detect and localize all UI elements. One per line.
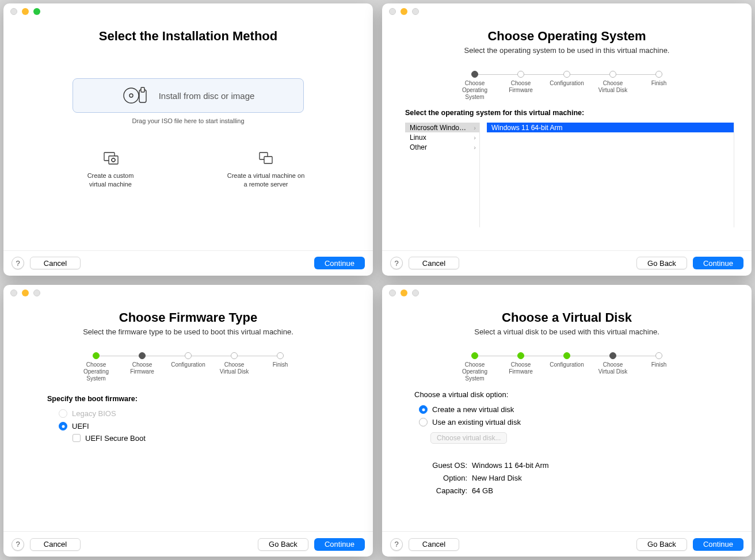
radio-input[interactable] bbox=[59, 422, 67, 431]
radio-input[interactable] bbox=[419, 405, 428, 414]
minimize-icon[interactable] bbox=[401, 8, 407, 15]
svg-rect-8 bbox=[264, 157, 272, 163]
summary-key-option: Option: bbox=[429, 474, 467, 486]
help-button[interactable]: ? bbox=[12, 257, 24, 269]
step-label: Finish bbox=[651, 80, 667, 87]
page-subtitle: Select the firmware type to be used to b… bbox=[21, 327, 356, 336]
window-install-method: Select the Installation Method Install f… bbox=[3, 3, 373, 276]
summary-val-capacity: 64 GB bbox=[472, 486, 493, 499]
go-back-button[interactable]: Go Back bbox=[636, 538, 687, 551]
step-dot bbox=[471, 352, 478, 359]
wizard-stepper: Choose Operating System Choose Firmware … bbox=[440, 71, 693, 101]
step-dot bbox=[563, 352, 570, 359]
step-label: Choose Virtual Disk bbox=[598, 80, 627, 94]
close-icon[interactable] bbox=[389, 8, 396, 15]
os-family-item[interactable]: Other › bbox=[405, 142, 479, 152]
step-dot bbox=[609, 352, 616, 359]
step-label: Choose Firmware bbox=[509, 361, 533, 375]
cancel-button[interactable]: Cancel bbox=[30, 257, 81, 269]
firmware-uefi-radio[interactable]: UEFI bbox=[59, 420, 356, 433]
close-icon[interactable] bbox=[10, 8, 17, 15]
zoom-icon[interactable] bbox=[33, 289, 40, 296]
step-label: Finish bbox=[273, 361, 288, 368]
continue-button[interactable]: Continue bbox=[314, 538, 365, 551]
step-dot bbox=[517, 352, 524, 359]
minimize-icon[interactable] bbox=[401, 289, 407, 296]
continue-button[interactable]: Continue bbox=[693, 538, 743, 551]
step-label: Configuration bbox=[171, 361, 205, 368]
close-icon[interactable] bbox=[10, 289, 17, 296]
zoom-icon[interactable] bbox=[412, 289, 419, 296]
remote-vm-label: Create a virtual machine on a remote ser… bbox=[227, 172, 305, 189]
radio-input[interactable] bbox=[419, 418, 428, 426]
disc-image-icon bbox=[122, 86, 150, 105]
install-dropzone[interactable]: Install from disc or image bbox=[73, 78, 304, 113]
os-family-list[interactable]: Microsoft Windo… › Linux › Other › bbox=[405, 123, 480, 227]
radio-input bbox=[59, 409, 67, 418]
custom-vm-label: Create a custom virtual machine bbox=[87, 172, 134, 189]
svg-rect-5 bbox=[109, 156, 118, 164]
summary-val-option: New Hard Disk bbox=[472, 474, 522, 486]
use-existing-disk-radio[interactable]: Use an existing virtual disk bbox=[419, 416, 734, 429]
remote-vm-icon bbox=[259, 152, 273, 166]
dropzone-hint: Drag your ISO file here to start install… bbox=[21, 117, 356, 124]
continue-button[interactable]: Continue bbox=[693, 257, 743, 269]
cancel-button[interactable]: Cancel bbox=[409, 538, 459, 551]
go-back-button[interactable]: Go Back bbox=[258, 538, 308, 551]
summary-key-capacity: Capacity: bbox=[429, 486, 467, 499]
chevron-right-icon: › bbox=[474, 144, 476, 151]
step-dot bbox=[93, 352, 100, 359]
os-family-label: Microsoft Windo… bbox=[410, 124, 466, 132]
summary-block: Guest OS: Windows 11 64-bit Arm Option: … bbox=[429, 461, 734, 499]
zoom-icon[interactable] bbox=[33, 8, 40, 15]
chevron-right-icon: › bbox=[474, 134, 476, 141]
checkbox-label: UEFI Secure Boot bbox=[85, 434, 146, 443]
radio-label: Create a new virtual disk bbox=[432, 405, 514, 414]
checkbox-input[interactable] bbox=[73, 434, 81, 442]
titlebar bbox=[3, 3, 373, 20]
svg-point-0 bbox=[124, 88, 139, 103]
cancel-button[interactable]: Cancel bbox=[30, 538, 81, 551]
zoom-icon[interactable] bbox=[412, 8, 419, 15]
go-back-button[interactable]: Go Back bbox=[636, 257, 687, 269]
os-family-item[interactable]: Linux › bbox=[405, 132, 479, 142]
os-family-label: Linux bbox=[410, 134, 426, 142]
create-custom-vm-option[interactable]: Create a custom virtual machine bbox=[64, 152, 157, 189]
step-dot bbox=[655, 71, 662, 78]
section-label: Select the operating system for this vir… bbox=[405, 109, 734, 117]
os-version-item[interactable]: Windows 11 64-bit Arm bbox=[487, 123, 734, 132]
os-family-item[interactable]: Microsoft Windo… › bbox=[405, 123, 479, 132]
continue-button[interactable]: Continue bbox=[314, 257, 365, 269]
help-button[interactable]: ? bbox=[390, 257, 403, 269]
close-icon[interactable] bbox=[389, 289, 396, 296]
minimize-icon[interactable] bbox=[22, 289, 29, 296]
step-label: Choose Firmware bbox=[509, 80, 533, 94]
create-new-disk-radio[interactable]: Create a new virtual disk bbox=[419, 403, 734, 416]
step-label: Configuration bbox=[550, 361, 584, 368]
radio-label: Legacy BIOS bbox=[72, 409, 116, 418]
help-button[interactable]: ? bbox=[390, 538, 403, 551]
page-title: Choose a Virtual Disk bbox=[399, 310, 734, 325]
step-label: Choose Virtual Disk bbox=[598, 361, 627, 375]
create-remote-vm-option[interactable]: Create a virtual machine on a remote ser… bbox=[220, 152, 312, 189]
page-title: Select the Installation Method bbox=[21, 29, 356, 44]
dropzone-label: Install from disc or image bbox=[159, 91, 255, 101]
step-label: Finish bbox=[651, 361, 667, 368]
step-label: Configuration bbox=[550, 80, 584, 87]
window-choose-firmware: Choose Firmware Type Select the firmware… bbox=[3, 285, 373, 557]
os-version-label: Windows 11 64-bit Arm bbox=[491, 124, 562, 132]
os-version-list[interactable]: Windows 11 64-bit Arm bbox=[487, 123, 734, 227]
summary-val-guest-os: Windows 11 64-bit Arm bbox=[472, 461, 549, 474]
uefi-secure-boot-checkbox[interactable]: UEFI Secure Boot bbox=[73, 434, 356, 443]
svg-point-1 bbox=[129, 94, 133, 97]
section-label: Choose a virtual disk option: bbox=[414, 390, 734, 399]
minimize-icon[interactable] bbox=[22, 8, 29, 15]
page-subtitle: Select a virtual disk to be used with th… bbox=[399, 327, 734, 336]
step-dot bbox=[277, 352, 284, 359]
cancel-button[interactable]: Cancel bbox=[409, 257, 459, 269]
step-dot bbox=[563, 71, 570, 78]
step-dot bbox=[139, 352, 146, 359]
help-button[interactable]: ? bbox=[12, 538, 24, 551]
radio-label: Use an existing virtual disk bbox=[432, 418, 521, 426]
step-label: Choose Virtual Disk bbox=[220, 361, 249, 375]
